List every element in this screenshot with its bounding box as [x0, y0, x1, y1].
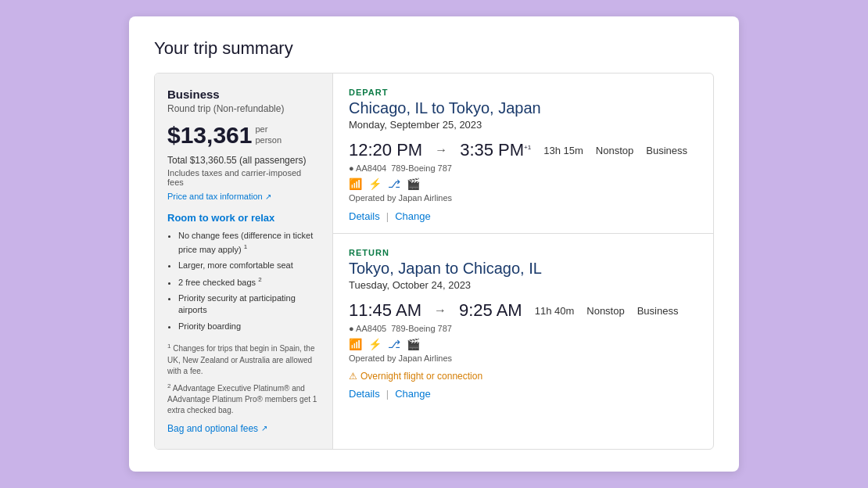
price-sub: per person — [255, 124, 282, 146]
footnote2: 2 AAdvantage Executive Platinum® and AAd… — [167, 382, 320, 416]
return-operated-by: Operated by Japan Airlines — [349, 353, 698, 363]
section-title: Room to work or relax — [167, 212, 320, 224]
return-entertainment-icon: 🎬 — [407, 338, 420, 350]
benefit-item: No change fees (difference in ticket pri… — [178, 230, 320, 255]
return-date: Tuesday, October 24, 2023 — [349, 279, 698, 291]
benefit-item: Priority security at participating airpo… — [178, 292, 320, 317]
return-class: Business — [637, 305, 679, 317]
trip-summary-card: Your trip summary Business Round trip (N… — [129, 16, 739, 472]
depart-duration: 13h 15m — [543, 145, 583, 156]
depart-operated-by: Operated by Japan Airlines — [349, 193, 698, 203]
return-times-row: 11:45 AM → 9:25 AM 11h 40m Nonstop Busin… — [349, 300, 698, 321]
wifi-icon: 📶 — [349, 178, 362, 190]
arrow-icon: → — [435, 143, 447, 157]
depart-details-link[interactable]: Details — [349, 210, 380, 222]
depart-times-row: 12:20 PM → 3:35 PM+1 13h 15m Nonstop Bus… — [349, 140, 698, 160]
external-link-icon-bag: ↗ — [261, 424, 267, 432]
return-action-divider: | — [386, 388, 389, 400]
depart-action-links: Details | Change — [349, 210, 698, 222]
total-line: Total $13,360.55 (all passengers) — [167, 155, 320, 166]
trip-type: Round trip (Non-refundable) — [167, 103, 320, 114]
depart-change-link[interactable]: Change — [395, 210, 431, 222]
return-nonstop: Nonstop — [586, 305, 624, 317]
depart-route: Chicago, IL to Tokyo, Japan — [349, 99, 698, 117]
main-content: Business Round trip (Non-refundable) $13… — [154, 73, 714, 450]
power-icon: ⚡ — [368, 178, 382, 190]
price-info-link[interactable]: Price and tax information ↗ — [167, 192, 271, 201]
benefit-item: Priority boarding — [178, 321, 320, 332]
benefit-item: Larger, more comfortable seat — [178, 260, 320, 271]
depart-date: Monday, September 25, 2023 — [349, 119, 698, 131]
return-depart-time: 11:45 AM — [349, 300, 421, 321]
entertainment-icon: 🎬 — [407, 178, 420, 190]
warning-icon: ⚠ — [349, 371, 357, 382]
return-direction-label: RETURN — [349, 248, 698, 257]
external-link-icon: ↗ — [265, 192, 271, 201]
usb-icon: ⎇ — [388, 178, 400, 190]
return-section: RETURN Tokyo, Japan to Chicago, IL Tuesd… — [333, 233, 713, 411]
return-action-links: Details | Change — [349, 388, 698, 400]
right-panel: DEPART Chicago, IL to Tokyo, Japan Monda… — [333, 74, 713, 449]
price-main: $13,361 — [167, 122, 252, 149]
overnight-warning-link[interactable]: Overnight flight or connection — [360, 371, 482, 382]
depart-section: DEPART Chicago, IL to Tokyo, Japan Monda… — [333, 74, 713, 233]
person-label: person — [255, 135, 282, 145]
arrive-time: 3:35 PM+1 — [460, 140, 531, 160]
depart-direction-label: DEPART — [349, 88, 698, 97]
action-divider: | — [386, 210, 389, 222]
tax-line: Includes taxes and carrier-imposed fees — [167, 168, 320, 187]
depart-nonstop: Nonstop — [596, 145, 633, 156]
return-flight-code-row: ● AA8405 789-Boeing 787 — [349, 324, 698, 333]
bag-optional-fees-link[interactable]: Bag and optional fees ↗ — [167, 423, 267, 434]
return-change-link[interactable]: Change — [395, 388, 431, 400]
class-label: Business — [167, 88, 320, 101]
return-arrive-time: 9:25 AM — [459, 300, 522, 321]
depart-time: 12:20 PM — [349, 140, 422, 160]
return-route: Tokyo, Japan to Chicago, IL — [349, 260, 698, 278]
depart-amenities: 📶 ⚡ ⎇ 🎬 — [349, 178, 698, 190]
return-power-icon: ⚡ — [368, 338, 382, 350]
return-arrow-icon: → — [434, 303, 447, 318]
depart-flight-code-row: ● AA8404 789-Boeing 787 — [349, 163, 698, 173]
return-details-link[interactable]: Details — [349, 388, 380, 400]
page-title: Your trip summary — [154, 38, 714, 59]
left-panel: Business Round trip (Non-refundable) $13… — [155, 74, 333, 449]
return-aircraft: 789-Boeing 787 — [391, 324, 452, 333]
per-label: per — [255, 124, 267, 134]
overnight-warning: ⚠ Overnight flight or connection — [349, 371, 698, 382]
benefit-item: 2 free checked bags 2 — [178, 275, 320, 289]
depart-flight-code: ● AA8404 — [349, 163, 386, 173]
return-duration: 11h 40m — [535, 305, 575, 317]
return-flight-code: ● AA8405 — [349, 324, 386, 333]
return-amenities: 📶 ⚡ ⎇ 🎬 — [349, 338, 698, 350]
depart-aircraft: 789-Boeing 787 — [391, 163, 452, 173]
return-wifi-icon: 📶 — [349, 338, 362, 350]
price-row: $13,361 per person — [167, 122, 320, 149]
benefits-list: No change fees (difference in ticket pri… — [167, 230, 320, 332]
return-usb-icon: ⎇ — [388, 338, 400, 350]
depart-class: Business — [646, 145, 687, 156]
footnote1: 1 Changes for trips that begin in Spain,… — [167, 342, 320, 376]
